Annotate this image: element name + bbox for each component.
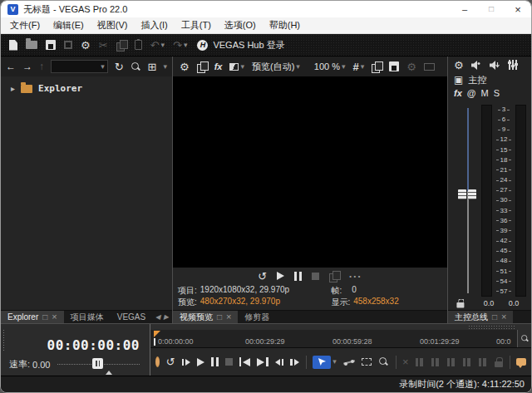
maximize-button[interactable] [478, 1, 505, 17]
scroll-left-icon[interactable]: ◀ [155, 313, 160, 321]
loop-playback-button[interactable] [166, 356, 175, 367]
forward-button[interactable] [22, 61, 32, 71]
menu-item[interactable]: 帮助(H) [263, 17, 307, 33]
close-tab-icon[interactable] [501, 312, 506, 322]
mute-button[interactable]: M [481, 88, 489, 98]
menu-item[interactable]: 视图(V) [91, 17, 135, 33]
menu-item[interactable]: 选项(O) [218, 17, 263, 33]
display-props-button[interactable] [424, 63, 435, 71]
back-button[interactable] [6, 61, 16, 71]
preview-options-button[interactable] [406, 61, 416, 72]
menu-item[interactable]: 文件(F) [3, 17, 47, 33]
open-button[interactable] [26, 41, 37, 49]
copy-button[interactable] [116, 40, 126, 50]
pause-button[interactable] [211, 357, 219, 366]
pause-button[interactable] [294, 272, 302, 281]
menu-item[interactable]: 编辑(E) [47, 17, 91, 33]
lock-envelopes-button[interactable] [495, 357, 503, 367]
tab-vegas-hub[interactable]: VEGAS [111, 311, 152, 323]
stop-button[interactable] [225, 358, 233, 366]
video-fx-button[interactable]: fx [214, 61, 223, 71]
split-screen-button[interactable] [229, 63, 244, 71]
cut-button[interactable] [99, 40, 108, 51]
previous-frame-button[interactable] [275, 359, 284, 366]
preview-quality-dropdown[interactable]: 预览(自动) [252, 61, 300, 73]
scroll-right-icon[interactable]: ▶ [164, 313, 169, 321]
up-folder-button[interactable] [39, 61, 44, 71]
play-button[interactable] [197, 358, 204, 366]
mixing-console-button[interactable] [508, 60, 518, 70]
envelope-tool-button[interactable] [343, 358, 355, 366]
tab-explorer[interactable]: Explorer [1, 311, 64, 323]
close-tab-icon[interactable] [52, 312, 57, 322]
play-button[interactable] [277, 272, 284, 280]
more-options-button[interactable] [349, 271, 362, 282]
tab-master-bus[interactable]: 主控总线 [448, 311, 513, 323]
solo-button[interactable]: S [494, 88, 500, 98]
stop-button[interactable] [312, 273, 319, 280]
slip-trim-button[interactable] [463, 358, 472, 366]
address-combobox[interactable] [51, 60, 108, 73]
float-window-icon[interactable] [42, 313, 47, 322]
slide-trim-button[interactable] [479, 358, 488, 366]
loop-playback-button[interactable] [258, 271, 267, 282]
menu-item[interactable]: 工具(T) [175, 17, 218, 33]
fader-lock-icon[interactable] [456, 299, 462, 308]
views-dropdown[interactable] [163, 63, 167, 71]
go-to-start-button[interactable] [239, 357, 251, 366]
record-button[interactable] [155, 356, 160, 367]
fader-track[interactable] [467, 108, 469, 293]
undo-button[interactable] [150, 40, 165, 51]
project-properties-button[interactable] [81, 40, 91, 51]
timeline-drag-band[interactable] [150, 324, 531, 330]
vegas-hub-login-button[interactable]: H VEGAS Hub 登录 [197, 39, 284, 52]
trim-adjacent-button[interactable] [447, 358, 456, 366]
next-frame-button[interactable] [290, 359, 299, 366]
tree-item-explorer[interactable]: Explorer [11, 83, 172, 94]
tab-trimmer[interactable]: 修剪器 [238, 311, 276, 323]
close-tab-icon[interactable] [226, 312, 231, 322]
tab-video-preview[interactable]: 视频预览 [173, 311, 238, 323]
float-window-icon[interactable] [217, 313, 222, 322]
automation-icon[interactable] [467, 89, 476, 98]
playhead-cursor[interactable] [154, 338, 155, 346]
zoom-level-dropdown[interactable]: 100 % [314, 61, 346, 71]
grid-overlay-button[interactable] [353, 61, 365, 72]
edit-tool-selected-button[interactable] [313, 356, 337, 369]
tab-project-media[interactable]: 项目媒体 [64, 311, 111, 323]
minimize-button[interactable]: – [451, 1, 478, 17]
selection-tool-button[interactable] [362, 358, 372, 366]
trim-end-button[interactable] [431, 358, 441, 366]
copy-snapshot-button[interactable] [372, 61, 382, 71]
new-project-button[interactable] [9, 40, 17, 51]
rate-slider-thumb[interactable] [92, 358, 103, 369]
delete-button[interactable] [402, 356, 409, 367]
save-button[interactable] [46, 40, 56, 50]
copy-frame-button[interactable] [329, 271, 339, 281]
bus-fx-button[interactable]: fx [454, 88, 462, 98]
downmix-output-button[interactable] [490, 61, 500, 70]
refresh-button[interactable] [115, 61, 124, 72]
close-button[interactable] [505, 1, 531, 17]
insert-marker-button[interactable] [516, 358, 526, 366]
insert-bus-button[interactable] [471, 61, 482, 70]
timecode-display[interactable]: 00:00:00:00 [47, 337, 140, 353]
mixer-properties-button[interactable] [454, 60, 464, 71]
zoom-tool-button[interactable] [378, 356, 389, 367]
time-ruler[interactable]: 0:00:00:0000:00:29:2900:00:59:2800:01:29… [150, 330, 531, 348]
master-bus-name[interactable]: 主控 [468, 74, 486, 86]
render-as-button[interactable] [64, 41, 72, 49]
play-from-start-button[interactable] [182, 359, 191, 366]
project-video-properties-button[interactable] [180, 61, 190, 72]
redo-button[interactable] [173, 40, 187, 51]
ruler-zoom-button[interactable] [517, 330, 531, 347]
video-canvas[interactable] [173, 76, 447, 268]
menu-item[interactable]: 插入(I) [134, 17, 174, 33]
paste-button[interactable] [135, 40, 142, 50]
float-window-icon[interactable] [492, 313, 497, 322]
save-snapshot-button[interactable] [389, 61, 399, 71]
trim-start-button[interactable] [416, 358, 425, 366]
fader-thumb[interactable] [458, 189, 476, 199]
go-to-end-button[interactable] [257, 357, 268, 366]
search-button[interactable] [131, 61, 141, 72]
